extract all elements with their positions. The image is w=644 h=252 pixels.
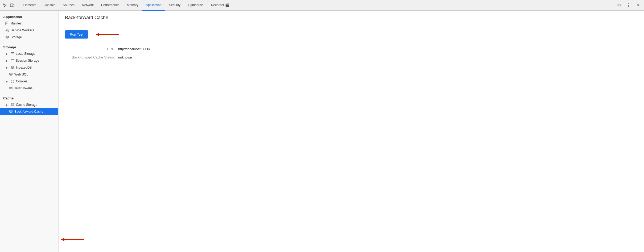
indexed-db-icon	[11, 66, 14, 69]
settings-icon[interactable]: ⚙	[615, 2, 623, 9]
sidebar-item-back-forward-cache[interactable]: Back-forward Cache	[0, 108, 58, 115]
status-row: Back-forward Cache Status unknown	[65, 55, 638, 59]
device-icon[interactable]	[10, 3, 15, 8]
sidebar-divider-1	[0, 42, 58, 42]
expand-arrow-session-storage[interactable]: ▶	[5, 59, 9, 62]
sidebar-item-manifest-label: Manifest	[10, 22, 22, 25]
sidebar: Application Manifest	[0, 11, 59, 252]
red-arrow-right	[93, 31, 120, 39]
sidebar-item-session-storage-label: Session Storage	[16, 59, 39, 62]
tab-application[interactable]: Application	[142, 0, 165, 11]
svg-point-21	[12, 82, 13, 82]
tab-sources[interactable]: Sources	[59, 0, 78, 11]
content-area: Back-forward Cache Run Test URL http://l…	[59, 11, 644, 252]
svg-point-7	[6, 36, 9, 37]
sidebar-item-trust-tokens-label: Trust Tokens	[14, 86, 32, 90]
tab-bar: Elements Console Sources Network Perform…	[0, 0, 644, 11]
main-layout: Application Manifest	[0, 11, 644, 252]
tab-elements[interactable]: Elements	[19, 0, 40, 11]
run-test-row: Run Test	[65, 30, 638, 39]
svg-marker-29	[61, 238, 64, 241]
expand-arrow-indexed-db[interactable]: ▶	[5, 66, 9, 69]
expand-arrow-cookies[interactable]: ▶	[5, 80, 9, 83]
sidebar-item-cookies-label: Cookies	[16, 79, 27, 83]
sidebar-section-application: Application	[0, 13, 58, 20]
sidebar-item-web-sql-label: Web SQL	[14, 73, 28, 76]
svg-point-17	[10, 73, 12, 74]
sidebar-item-service-workers-label: Service Workers	[11, 28, 34, 32]
tab-console[interactable]: Console	[40, 0, 59, 11]
url-label: URL	[65, 47, 118, 51]
svg-point-19	[12, 81, 12, 81]
sidebar-item-service-workers[interactable]: Service Workers	[0, 27, 58, 34]
svg-point-16	[11, 66, 14, 67]
svg-point-23	[10, 87, 12, 88]
url-row: URL http://localhost:5000/	[65, 47, 638, 51]
sidebar-item-back-forward-cache-label: Back-forward Cache	[14, 110, 43, 114]
svg-marker-27	[96, 33, 99, 36]
sidebar-item-cache-storage[interactable]: ▶ Cache Storage	[0, 101, 58, 108]
sidebar-item-manifest[interactable]: Manifest	[0, 20, 58, 27]
svg-point-18	[11, 80, 14, 83]
expand-arrow-local-storage[interactable]: ▶	[5, 52, 9, 55]
trust-tokens-icon	[9, 86, 13, 90]
sidebar-item-indexed-db-label: IndexedDB	[16, 66, 32, 69]
svg-point-24	[11, 103, 14, 104]
svg-rect-1	[13, 5, 14, 7]
sidebar-item-cache-storage-label: Cache Storage	[16, 103, 37, 107]
svg-rect-0	[10, 4, 13, 7]
tab-recorder[interactable]: Recorder 🎬	[207, 0, 233, 11]
tab-memory[interactable]: Memory	[123, 0, 142, 11]
tab-network[interactable]: Network	[78, 0, 97, 11]
run-test-button[interactable]: Run Test	[65, 30, 88, 39]
sidebar-item-indexed-db[interactable]: ▶ IndexedDB	[0, 64, 58, 71]
status-value: unknown	[118, 55, 132, 59]
back-forward-cache-icon	[9, 110, 13, 114]
cursor-icon[interactable]	[2, 3, 7, 8]
close-icon[interactable]: ✕	[634, 2, 642, 9]
sidebar-item-storage-label: Storage	[11, 35, 22, 39]
svg-rect-8	[11, 52, 14, 55]
sidebar-item-storage[interactable]: Storage	[0, 34, 58, 41]
sidebar-section-storage: Storage	[0, 43, 58, 50]
svg-rect-12	[11, 59, 14, 62]
gear-icon	[5, 28, 9, 32]
manifest-icon	[5, 22, 9, 25]
local-storage-icon	[11, 52, 14, 55]
sidebar-divider-2	[0, 93, 58, 93]
tab-security[interactable]: Security	[165, 0, 184, 11]
svg-point-25	[10, 110, 12, 111]
storage-icon	[5, 35, 9, 39]
svg-point-6	[7, 30, 8, 31]
status-label: Back-forward Cache Status	[65, 55, 118, 59]
sidebar-item-local-storage-label: Local Storage	[16, 52, 35, 56]
tab-lighthouse[interactable]: Lighthouse	[184, 0, 207, 11]
expand-arrow-cache-storage[interactable]: ▶	[5, 103, 9, 106]
sidebar-section-cache: Cache	[0, 94, 58, 101]
session-storage-icon	[11, 59, 14, 62]
tab-performance[interactable]: Performance	[97, 0, 123, 11]
sidebar-item-cookies[interactable]: ▶ Cookies	[0, 78, 58, 85]
cache-storage-icon	[11, 103, 14, 107]
more-options-icon[interactable]: ⋮	[625, 2, 632, 9]
sidebar-item-trust-tokens[interactable]: Trust Tokens	[0, 85, 58, 92]
web-sql-icon	[9, 73, 13, 76]
sidebar-item-web-sql[interactable]: Web SQL	[0, 71, 58, 78]
page-title: Back-forward Cache	[65, 15, 638, 20]
sidebar-item-session-storage[interactable]: ▶ Session Storage	[0, 57, 58, 64]
tab-list: Elements Console Sources Network Perform…	[19, 0, 615, 11]
url-value: http://localhost:5000/	[118, 47, 150, 51]
content-header: Back-forward Cache	[59, 11, 644, 24]
sidebar-item-local-storage[interactable]: ▶ Local Storage	[0, 50, 58, 57]
cookies-icon	[11, 79, 14, 83]
svg-point-22	[13, 82, 13, 82]
content-body: Run Test URL http://localhost:5000/ Back…	[59, 24, 644, 70]
svg-point-20	[13, 81, 13, 81]
sidebar-bottom-arrow	[59, 236, 85, 243]
